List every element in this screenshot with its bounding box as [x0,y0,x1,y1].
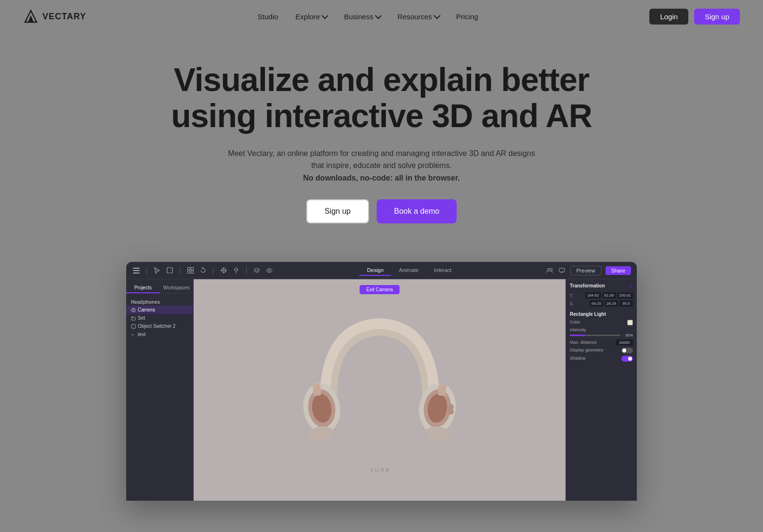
toolbar-separator-4 [246,267,247,274]
toolbar-separator [146,267,147,274]
scale-row: S. 69.25 28.29 95.5 [570,300,633,307]
svg-rect-2 [133,268,140,269]
menu-icon[interactable] [132,266,141,275]
chevron-down-icon [375,13,382,19]
logo[interactable]: VECTARY [23,9,86,24]
tab-projects[interactable]: Projects [126,283,160,293]
panel-tabs: Projects Workspaces [126,283,193,294]
list-item[interactable]: T text [126,330,193,338]
svg-rect-6 [187,268,190,270]
svg-rect-9 [191,271,193,273]
light-icon[interactable] [232,266,240,275]
app-toolbar: Design Animate Interact Preview Share [126,262,637,279]
color-row: Color [570,320,633,325]
chevron-down-icon [434,13,440,19]
signup-button[interactable]: Sign up [694,9,740,25]
nav-resources[interactable]: Resources [397,13,439,21]
grid-icon[interactable] [186,266,195,275]
toolbar-left [132,266,274,275]
exit-camera-button[interactable]: Exit Camera [359,285,399,294]
chevron-down-icon [322,13,329,19]
svg-rect-31 [438,384,447,396]
position-row: T. 184.92 81.09 200.61 [570,292,633,298]
headphones-illustration: VURA [278,289,481,491]
intensity-slider-row: 30% [570,333,633,337]
nav-studio[interactable]: Studio [258,13,278,21]
svg-point-17 [550,268,552,271]
logo-icon [23,9,39,24]
layers-icon[interactable] [252,266,261,275]
svg-point-13 [235,268,237,271]
transform-icon[interactable] [219,266,228,275]
rectangle-light-title: Rectangle Light [570,311,633,317]
tab-interact[interactable]: Interact [426,265,460,276]
svg-rect-7 [191,268,193,270]
svg-text:T: T [132,333,134,337]
camera-icon [131,308,136,312]
svg-rect-18 [559,268,565,272]
shadow-row: Shadow [570,356,633,362]
comment-icon[interactable] [558,266,566,275]
app-preview: Design Animate Interact Preview Share Pr… [126,262,637,501]
svg-rect-4 [133,272,140,273]
rotate-icon[interactable] [198,266,207,275]
nav-explore[interactable]: Explore [295,13,327,21]
svg-rect-21 [132,317,135,320]
display-geometry-row: Display geometry [570,348,633,353]
toolbar-separator-3 [213,267,213,274]
intensity-slider[interactable] [570,335,620,336]
login-button[interactable]: Login [649,9,688,25]
share-button[interactable]: Share [605,266,631,275]
app-body: Projects Workspaces Headphones Camera Se… [126,279,637,501]
display-geometry-toggle[interactable] [621,348,633,353]
tab-workspaces[interactable]: Workspaces [160,283,194,293]
svg-point-35 [448,409,454,415]
preview-button[interactable]: Preview [570,266,602,275]
tab-design[interactable]: Design [359,265,391,276]
navigation: VECTARY Studio Explore Business Resource… [0,0,763,33]
nav-business[interactable]: Business [344,13,380,21]
svg-rect-19 [132,309,135,311]
svg-point-16 [547,268,550,271]
shadow-toggle[interactable] [621,356,633,362]
right-panel: Transformation ⋮ T. 184.92 81.09 200.61 … [566,279,637,501]
hero-demo-button[interactable]: Book a demo [377,199,457,223]
folder-icon [131,316,136,321]
svg-rect-3 [133,270,140,271]
svg-point-15 [268,270,270,272]
toolbar-separator-2 [180,267,180,274]
list-item[interactable]: Camera [126,306,193,314]
cursor-icon[interactable] [153,266,161,275]
hero-signup-button[interactable]: Sign up [306,199,369,223]
toolbar-tabs: Design Animate Interact [359,265,459,276]
color-swatch[interactable] [627,320,633,325]
eye-icon[interactable] [265,266,274,275]
list-item[interactable]: Object Switcher 2 [126,322,193,330]
rectangle-light-section: Rectangle Light Color Intensity 30% Max.… [570,311,633,362]
transformation-title: Transformation ⋮ [570,283,633,289]
svg-point-20 [133,310,134,311]
users-icon[interactable] [545,266,554,275]
left-panel: Projects Workspaces Headphones Camera Se… [126,279,194,501]
logo-text: VECTARY [42,12,86,22]
panel-header: Headphones [126,298,193,306]
object-icon [131,324,136,329]
toolbar-right: Preview Share [545,266,631,275]
svg-rect-5 [167,268,172,273]
hero-subtitle: Meet Vectary, an online platform for cre… [223,147,540,184]
list-item[interactable]: Set [126,314,193,322]
svg-rect-22 [132,324,135,328]
shape-icon[interactable] [165,266,174,275]
transformation-section: Transformation ⋮ T. 184.92 81.09 200.61 … [570,283,633,307]
nav-links: Studio Explore Business Resources Pricin… [258,13,478,21]
svg-rect-30 [313,384,321,396]
svg-marker-1 [28,15,34,22]
nav-pricing[interactable]: Pricing [456,13,478,21]
svg-rect-8 [187,271,190,273]
hero-section: Visualize and explain better using inter… [0,33,763,243]
nav-actions: Login Sign up [649,9,740,25]
text-icon: T [131,332,136,337]
tab-animate[interactable]: Animate [391,265,426,276]
svg-text:VURA: VURA [370,467,391,473]
max-distance-row: Max. distance 10000 [570,339,633,346]
